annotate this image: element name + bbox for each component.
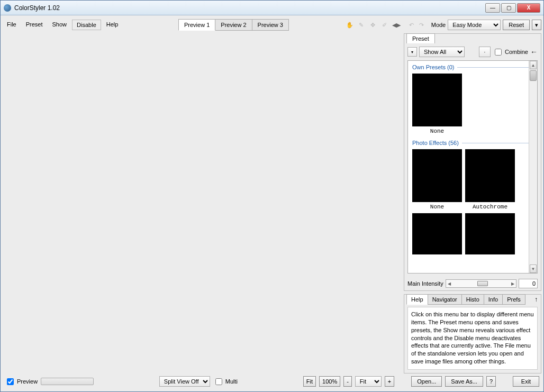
preset-scrollbar[interactable]: ▲ ▼ [529, 61, 537, 273]
zoom-button[interactable]: 100% [319, 376, 340, 387]
thumb-label: None [430, 128, 444, 134]
preview-checkbox-wrap[interactable]: Preview [5, 377, 38, 387]
save-as-button[interactable]: Save As... [445, 376, 483, 387]
zoom-in-button[interactable]: + [385, 376, 394, 387]
menu-bar: File Preset Show Disable Help [3, 20, 122, 30]
undo-icon[interactable]: ↶ [407, 21, 416, 29]
minimize-button[interactable]: — [485, 3, 500, 13]
group-own-thumbs: None [408, 71, 537, 136]
preset-list: ▲ ▼ Own Presets (0) None Photo Effects (… [407, 60, 538, 274]
back-arrow-icon[interactable]: ← [530, 48, 538, 56]
preset-filter-select[interactable]: Show All [419, 47, 465, 57]
scroll-thumb[interactable] [530, 70, 537, 81]
intensity-label: Main Intensity [407, 280, 443, 287]
splitview-select[interactable]: Split View Off [159, 376, 210, 387]
preset-tabbar: Preset [404, 34, 541, 43]
move-icon[interactable]: ✥ [368, 20, 378, 30]
thumb-image [412, 213, 462, 254]
preview-canvas[interactable] [3, 33, 402, 373]
help-text: Click on this menu bar to display differ… [407, 307, 538, 370]
fit-button[interactable]: Fit [303, 376, 316, 387]
preset-controls: ▾ Show All · Combine ← [404, 43, 541, 60]
multi-checkbox[interactable] [215, 378, 222, 385]
preset-thumb-partial-1[interactable] [412, 213, 462, 254]
reset-button[interactable]: Reset [503, 20, 530, 30]
intensity-slider[interactable]: ◀ ▶ [446, 279, 516, 288]
preset-section: Preset ▾ Show All · Combine ← [404, 33, 541, 291]
help-panel: Help Navigator Histo Info Prefs ↑ Click … [404, 294, 541, 373]
bottom-row: Preview Split View Off Multi Fit 100% - … [3, 373, 541, 389]
panel-up-arrow-icon[interactable]: ↑ [534, 296, 538, 303]
tab-preview-2[interactable]: Preview 2 [215, 19, 252, 31]
preview-label: Preview [17, 378, 38, 385]
open-button[interactable]: Open... [411, 376, 442, 387]
group-own-presets[interactable]: Own Presets (0) [408, 61, 537, 71]
hand-tool-icon[interactable]: ✋ [345, 20, 355, 30]
right-panel: Preset ▾ Show All · Combine ← [404, 33, 541, 373]
help-button[interactable]: ? [486, 376, 496, 387]
thumb-image [412, 149, 462, 202]
tab-preset[interactable]: Preset [406, 33, 435, 43]
help-tabs: Help Navigator Histo Info Prefs ↑ [406, 294, 541, 305]
tab-help[interactable]: Help [406, 294, 428, 305]
intensity-value[interactable] [519, 279, 538, 288]
tab-histo[interactable]: Histo [461, 294, 484, 305]
undo-redo: ↶ ↷ [407, 21, 426, 29]
brush-icon[interactable]: ✐ [380, 20, 389, 30]
zoom-out-button[interactable]: - [343, 376, 352, 387]
preset-thumb-partial-2[interactable] [465, 213, 515, 254]
zoom-select[interactable]: Fit [355, 376, 382, 387]
slider-thumb[interactable] [477, 281, 488, 286]
menu-preset[interactable]: Preset [22, 20, 47, 30]
favorite-button[interactable]: · [479, 47, 491, 57]
tab-preview-1[interactable]: Preview 1 [178, 19, 215, 31]
eyedropper-icon[interactable]: ✎ [357, 20, 366, 30]
preset-thumb-autochrome[interactable]: Autochrome [465, 149, 515, 210]
titlebar: ColorStyler 1.02 — ▢ X [1, 1, 543, 15]
preview-checkbox[interactable] [7, 378, 14, 385]
thumb-image [465, 213, 515, 254]
preset-thumb-none[interactable]: None [412, 149, 462, 210]
preview-tabs: Preview 1 Preview 2 Preview 3 [178, 19, 288, 31]
reset-dropdown[interactable]: ▾ [532, 20, 541, 30]
menu-show[interactable]: Show [48, 20, 71, 30]
app-window: ColorStyler 1.02 — ▢ X File Preset Show … [0, 0, 544, 392]
progress-bar [41, 378, 94, 385]
thumb-label: Autochrome [473, 204, 507, 210]
preset-thumb-none-own[interactable]: None [412, 74, 462, 134]
tab-navigator[interactable]: Navigator [428, 294, 462, 305]
menu-file[interactable]: File [3, 20, 21, 30]
tab-info[interactable]: Info [484, 294, 503, 305]
intensity-row: Main Intensity ◀ ▶ [404, 277, 541, 290]
menu-disable[interactable]: Disable [72, 20, 101, 30]
tab-preview-3[interactable]: Preview 3 [252, 19, 289, 31]
canvas-tools: ✋ ✎ ✥ ✐ ◀▶ [345, 20, 401, 30]
thumb-image [465, 149, 515, 202]
multi-checkbox-wrap[interactable]: Multi [213, 377, 238, 387]
preset-menu-dropdown[interactable]: ▾ [407, 47, 417, 57]
thumb-label: None [430, 204, 444, 210]
top-row: File Preset Show Disable Help Preview 1 … [3, 17, 541, 32]
scroll-down-icon[interactable]: ▼ [530, 265, 537, 273]
slider-right-icon[interactable]: ▶ [510, 281, 516, 286]
tab-prefs[interactable]: Prefs [502, 294, 525, 305]
app-icon [4, 4, 11, 12]
client-area: File Preset Show Disable Help Preview 1 … [1, 15, 543, 391]
close-button[interactable]: X [517, 3, 540, 13]
mode-label: Mode [431, 22, 446, 28]
mode-select[interactable]: Easy Mode [448, 20, 501, 30]
exit-button[interactable]: Exit [513, 376, 539, 387]
slider-left-icon[interactable]: ◀ [446, 281, 452, 286]
group-photo-effects[interactable]: Photo Effects (56) [408, 136, 537, 147]
menu-help[interactable]: Help [102, 20, 123, 30]
thumb-image [412, 74, 462, 126]
combine-checkbox-wrap[interactable]: Combine [493, 47, 528, 57]
redo-icon[interactable]: ↷ [418, 21, 426, 29]
middle-area: Preset ▾ Show All · Combine ← [3, 33, 541, 373]
maximize-button[interactable]: ▢ [501, 3, 516, 13]
compare-icon[interactable]: ◀▶ [392, 20, 401, 30]
combine-checkbox[interactable] [495, 49, 502, 56]
multi-label: Multi [225, 378, 238, 385]
scroll-up-icon[interactable]: ▲ [530, 61, 537, 69]
window-title: ColorStyler 1.02 [14, 4, 485, 12]
